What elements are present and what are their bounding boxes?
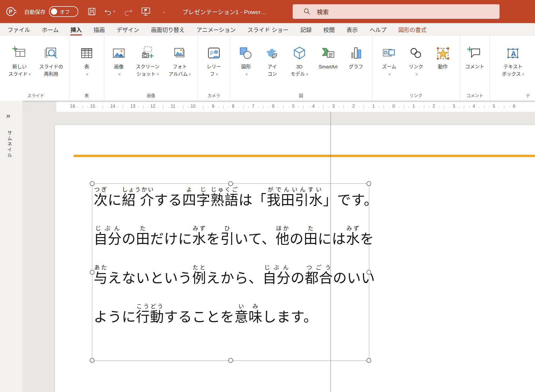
- ruler-number: 6: [513, 104, 515, 109]
- new-slide-icon: [12, 46, 28, 61]
- button-label: 新しい: [12, 63, 27, 71]
- photo-album-button[interactable]: フォトアルバム˅: [166, 36, 193, 92]
- cameo-button[interactable]: Pレリーフ˅: [204, 36, 224, 92]
- toggle-knob: [51, 8, 57, 15]
- new-slide-button[interactable]: 新しいスライド˅: [6, 36, 33, 92]
- resize-handle-middle-left[interactable]: [90, 270, 95, 275]
- save-icon[interactable]: [86, 6, 97, 17]
- thumbnail-pane: » サムネイル: [0, 101, 23, 392]
- chevron-down-icon: ˅: [216, 72, 218, 77]
- undo-caret-icon[interactable]: ˅: [113, 9, 115, 14]
- chart-button[interactable]: グラフ: [346, 36, 366, 92]
- icons-button[interactable]: アイコン: [262, 36, 282, 92]
- tab-8[interactable]: スライド ショー: [242, 23, 295, 36]
- undo-icon[interactable]: ˅: [104, 6, 115, 17]
- button-label: 表: [84, 63, 89, 71]
- action-button[interactable]: 動作: [433, 36, 453, 92]
- powerpoint-logo-icon[interactable]: P: [5, 5, 17, 18]
- resize-handle-top-right[interactable]: [366, 181, 371, 186]
- text-box-content: 次つぎに紹 介しょうかいする四よ字じ熟語じゅくごは「我田引水がでんいんすい」です…: [94, 187, 368, 342]
- ribbon-group-label: テ: [490, 92, 535, 101]
- slide-text-line-2: 自分じぶんの田ただけに水みずを引ひいて、他ほかの田たには水みずを: [94, 225, 368, 247]
- expand-thumbnails-icon[interactable]: »: [6, 112, 10, 119]
- screenshot-icon: [140, 46, 156, 61]
- reuse-slides-button[interactable]: スライドの再利用: [37, 36, 65, 92]
- link-button[interactable]: リンク˅: [406, 36, 426, 92]
- chevron-down-icon: ˅: [389, 72, 391, 77]
- button-label-2: ˅: [388, 71, 391, 78]
- ribbon-tabs: ファイルホーム挿入描画デザイン画面切り替えアニメーションスライド ショー記録校閲…: [0, 23, 535, 36]
- picture-icon: [111, 46, 127, 61]
- screenshot-button[interactable]: スクリーンショット˅: [134, 36, 162, 92]
- button-label-2: フ˅: [210, 71, 218, 78]
- cameo-icon: P: [206, 46, 222, 61]
- resize-handle-top-left[interactable]: [90, 181, 95, 186]
- tab-13[interactable]: 図形の書式: [392, 23, 432, 36]
- ribbon-group-1: 新しいスライド˅スライドの再利用スライド: [2, 36, 70, 101]
- tab-3[interactable]: 挿入: [64, 23, 88, 36]
- button-label: スクリーン: [136, 63, 160, 71]
- ribbon-group-4: Pレリーフ˅カメラ: [198, 36, 230, 101]
- chevron-down-icon: ˅: [415, 72, 418, 77]
- button-label-2: 再利用: [44, 71, 58, 78]
- tab-5[interactable]: デザイン: [111, 23, 145, 36]
- start-slideshow-icon[interactable]: [140, 6, 151, 17]
- button-label: SmartArt: [319, 63, 337, 71]
- ruler-number: 14: [110, 104, 115, 109]
- resize-handle-middle-right[interactable]: [366, 270, 371, 275]
- button-label: 画像: [114, 63, 124, 71]
- slide-text-line-4: ように行動こうどうすることを意味いみします。: [94, 303, 368, 325]
- picture-button[interactable]: 画像˅: [109, 36, 129, 92]
- ruler-number: 5: [292, 104, 295, 109]
- tab-12[interactable]: ヘルプ: [364, 23, 392, 36]
- tab-10[interactable]: 校閲: [317, 23, 341, 36]
- ribbon-group-8: Aテキストボックス˅ヘッフッテ: [490, 36, 535, 101]
- table-button[interactable]: 表˅: [77, 36, 97, 92]
- tab-11[interactable]: 表示: [341, 23, 364, 36]
- resize-handle-bottom-right[interactable]: [366, 358, 371, 363]
- ribbon-group-label: スライド: [2, 92, 69, 101]
- search-input[interactable]: 検索: [293, 4, 500, 19]
- ruler-number: 1: [413, 104, 415, 109]
- shapes-icon: [238, 46, 254, 61]
- text-box-button[interactable]: Aテキストボックス˅: [500, 36, 526, 92]
- smartart-button[interactable]: SmartArt: [316, 36, 340, 92]
- 3d-models-button[interactable]: 3Dモデル˅: [288, 36, 311, 92]
- ribbon-group-6: ズーム˅リンク˅動作リンク: [372, 36, 460, 101]
- svg-text:A: A: [511, 50, 516, 58]
- zoom-insert-button[interactable]: ズーム˅: [379, 36, 399, 92]
- autosave-state: オフ: [60, 8, 70, 15]
- action-icon: [435, 46, 451, 61]
- title-bar: P 自動保存 オフ ˅ ⌄ プレゼンテーション1 - P: [0, 0, 535, 23]
- button-label: 動作: [438, 63, 448, 71]
- tab-7[interactable]: アニメーション: [191, 23, 241, 36]
- chevron-down-icon: ˅: [118, 72, 121, 77]
- tab-6[interactable]: 画面切り替え: [145, 23, 191, 36]
- autosave-toggle[interactable]: オフ: [49, 6, 78, 17]
- slide-text-line-1: 次つぎに紹 介しょうかいする四よ字じ熟語じゅくごは「我田引水がでんいんすい」です…: [94, 187, 368, 208]
- ruler-number: 12: [150, 104, 155, 109]
- quick-access-toolbar: ˅ ⌄: [86, 6, 169, 17]
- ruler-number: 13: [130, 104, 135, 109]
- resize-handle-bottom-center[interactable]: [228, 358, 233, 363]
- shapes-button[interactable]: 図形˅: [236, 36, 256, 92]
- selected-text-box[interactable]: 次つぎに紹 介しょうかいする四よ字じ熟語じゅくごは「我田引水がでんいんすい」です…: [92, 183, 369, 361]
- button-label: 図形: [241, 63, 251, 71]
- ribbon-group-label: 画像: [104, 92, 198, 101]
- tab-9[interactable]: 記録: [294, 23, 317, 36]
- tab-1[interactable]: ファイル: [2, 23, 36, 36]
- ribbon-group-label: 表: [70, 92, 104, 101]
- photo-album-icon: [172, 46, 188, 61]
- autosave-label: 自動保存: [24, 8, 46, 15]
- ribbon-group-5: 図形˅アイコン3Dモデル˅SmartArtグラフ図: [230, 36, 372, 101]
- link-icon: [408, 46, 424, 61]
- ribbon-group-label: リンク: [372, 92, 460, 101]
- tab-2[interactable]: ホーム: [36, 23, 64, 36]
- resize-handle-bottom-left[interactable]: [90, 358, 95, 363]
- resize-handle-top-center[interactable]: [228, 181, 233, 186]
- customize-qat-icon[interactable]: ⌄: [158, 6, 169, 17]
- new-comment-button[interactable]: コメント: [463, 36, 487, 92]
- chevron-down-icon: ˅: [86, 72, 88, 77]
- accent-line[interactable]: [74, 155, 535, 157]
- tab-4[interactable]: 描画: [88, 23, 111, 36]
